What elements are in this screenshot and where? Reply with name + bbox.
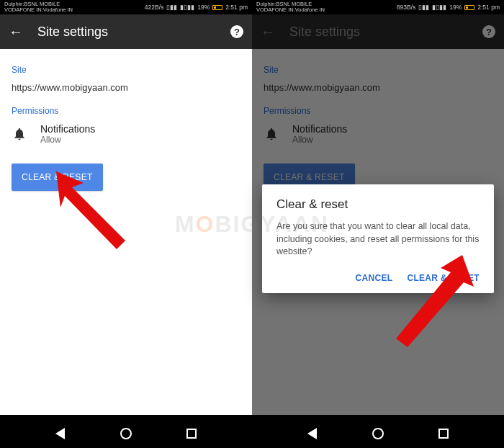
nav-recent-icon[interactable]	[438, 429, 449, 439]
back-arrow-icon[interactable]: ←	[9, 24, 23, 39]
battery-icon	[212, 5, 222, 10]
arrow-annotation-icon	[42, 167, 128, 254]
battery-icon	[464, 5, 474, 10]
permissions-section-label: Permissions	[12, 106, 240, 116]
android-nav-bar	[0, 419, 252, 448]
nav-home-icon[interactable]	[120, 428, 132, 439]
bell-icon	[12, 126, 27, 142]
page-title: Site settings	[37, 24, 216, 40]
nav-recent-icon[interactable]	[186, 429, 197, 439]
battery-pct: 19%	[197, 4, 210, 11]
permission-status: Allow	[40, 135, 95, 145]
net-speed: 893B/s	[397, 4, 415, 11]
signal-icon-2: ▮▯▮▮	[180, 4, 194, 11]
net-speed: 422B/s	[145, 4, 163, 11]
permission-title: Notifications	[40, 123, 95, 135]
signal-icon-1: ▯▮▮	[166, 4, 177, 11]
battery-pct: 19%	[449, 4, 462, 11]
screenshot-right: Dolphin:BSNL MOBILE VODAFONE IN:Vodafone…	[252, 0, 504, 448]
site-section-label: Site	[12, 65, 240, 75]
nav-home-icon[interactable]	[372, 428, 384, 439]
screenshot-left: Dolphin:BSNL MOBILE VODAFONE IN:Vodafone…	[0, 0, 252, 448]
site-url-text: https://www.mobigyaan.com	[12, 82, 240, 93]
carrier-2: VODAFONE IN:Vodafone IN	[4, 7, 73, 13]
svg-marker-1	[396, 255, 474, 347]
dialog-title: Clear & reset	[276, 197, 480, 212]
svg-marker-0	[56, 171, 125, 249]
arrow-annotation-icon	[383, 252, 484, 360]
clock: 2:51 pm	[477, 4, 500, 11]
app-bar: ← Site settings ?	[0, 14, 252, 49]
signal-icon-1: ▯▮▮	[418, 4, 429, 11]
status-bar: Dolphin:BSNL MOBILE VODAFONE IN:Vodafone…	[0, 0, 252, 14]
nav-back-icon[interactable]	[55, 428, 65, 439]
status-bar: Dolphin:BSNL MOBILE VODAFONE IN:Vodafone…	[252, 0, 504, 14]
nav-back-icon[interactable]	[307, 428, 317, 439]
permission-row-notifications[interactable]: Notifications Allow	[12, 123, 240, 145]
help-icon[interactable]: ?	[230, 25, 243, 38]
clock: 2:51 pm	[225, 4, 248, 11]
android-nav-bar	[252, 419, 504, 448]
signal-icon-2: ▮▯▮▮	[432, 4, 446, 11]
carrier-2: VODAFONE IN:Vodafone IN	[256, 7, 325, 13]
